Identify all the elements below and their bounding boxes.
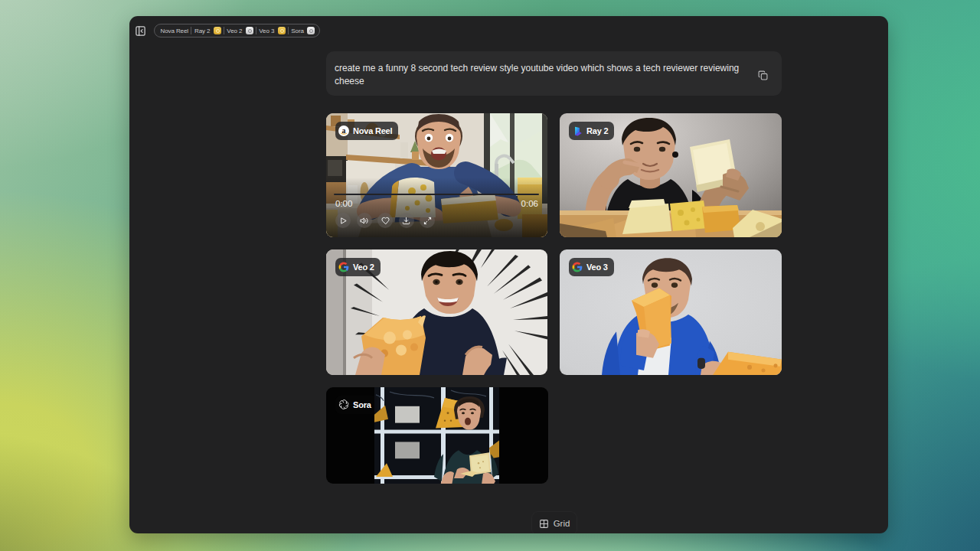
svg-text:a: a	[342, 126, 346, 135]
